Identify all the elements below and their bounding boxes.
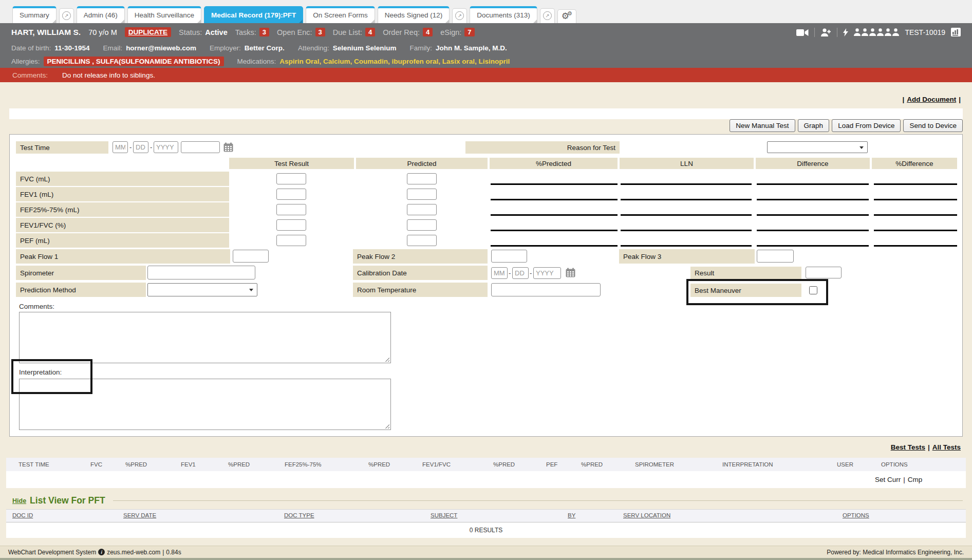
reason-for-test-select[interactable] xyxy=(767,141,868,153)
medications-list[interactable]: Aspirin Oral, Calcium, Coumadin, ibuprof… xyxy=(279,58,510,65)
video-camera-icon[interactable] xyxy=(796,28,809,36)
send-to-device-button[interactable]: Send to Device xyxy=(903,119,963,132)
results-col-pred2: %PRED xyxy=(228,461,285,468)
fev1-lln-line xyxy=(621,199,752,200)
hide-link[interactable]: Hide xyxy=(12,497,26,505)
results-col-fvc: FVC xyxy=(90,461,125,468)
fvc-pct-difference-line xyxy=(874,183,957,185)
test-time-month-input[interactable] xyxy=(113,141,128,153)
needs-signed-popout-button[interactable]: ↗ xyxy=(452,8,467,23)
tab-on-screen-forms[interactable]: On Screen Forms xyxy=(306,6,375,23)
peak-flow-3-label: Peak Flow 3 xyxy=(619,249,755,264)
doc-table-empty-row: 0 RESULTS xyxy=(6,522,966,538)
result-input[interactable] xyxy=(806,267,842,278)
test-time-day-input[interactable] xyxy=(133,141,148,153)
tab-health-surveillance[interactable]: Health Surveillance xyxy=(127,6,201,23)
fef-lln-line xyxy=(621,214,752,216)
test-time-time-input[interactable] xyxy=(181,141,220,153)
order-req-count-badge[interactable]: 4 xyxy=(423,28,433,36)
calibration-day-input[interactable] xyxy=(512,267,529,279)
calibration-year-input[interactable] xyxy=(533,267,561,279)
fvc-predicted-input[interactable] xyxy=(407,173,437,184)
prediction-method-select[interactable] xyxy=(147,283,257,296)
separator: | xyxy=(902,96,904,103)
esign-label: eSign: xyxy=(440,28,461,36)
reason-for-test-label: Reason for Test xyxy=(465,141,620,154)
peak-flow-2-input[interactable] xyxy=(491,250,527,263)
fev1-fvc-predicted-input[interactable] xyxy=(407,219,437,231)
allergies-badge[interactable]: PENICILLINS , SULFA(SULFONAMIDE ANTIBIOT… xyxy=(44,57,224,66)
fef-pct-difference-line xyxy=(874,214,957,216)
tab-needs-signed[interactable]: Needs Signed (12) xyxy=(378,6,450,23)
doc-col-serv-location[interactable]: SERV LOCATION xyxy=(623,512,670,518)
add-document-link[interactable]: Add Document xyxy=(907,96,956,103)
pef-test-result-input[interactable] xyxy=(276,235,306,246)
comments-textarea[interactable] xyxy=(19,312,391,363)
user-icon xyxy=(854,28,861,36)
footer-app-name: WebChart Development System xyxy=(8,549,96,556)
settings-gear-button[interactable]: ⚙⚙ xyxy=(557,9,576,23)
doc-col-doc-id[interactable]: DOC ID xyxy=(12,512,33,518)
tab-admin[interactable]: Admin (46) xyxy=(77,6,125,23)
doc-col-options[interactable]: OPTIONS xyxy=(843,512,869,518)
tab-documents[interactable]: Documents (313) xyxy=(470,6,537,23)
user-icon xyxy=(869,28,876,36)
best-tests-link[interactable]: Best Tests xyxy=(891,443,925,451)
fev1-test-result-input[interactable] xyxy=(276,189,306,200)
tab-summary[interactable]: Summary xyxy=(12,6,57,23)
doc-col-subject[interactable]: SUBJECT xyxy=(431,512,457,518)
demographics-row: Date of birth:11-30-1954 Email:horner@mi… xyxy=(0,41,972,54)
doc-col-by[interactable]: BY xyxy=(568,512,575,518)
spirometer-input[interactable] xyxy=(147,266,255,279)
duplicate-badge[interactable]: DUPLICATE xyxy=(125,27,171,37)
tab-medical-record-pft[interactable]: Medical Record (179):PFT xyxy=(204,6,303,23)
due-list-count-badge[interactable]: 4 xyxy=(365,28,375,36)
pef-predicted-input[interactable] xyxy=(407,235,437,246)
patient-id: TEST-10019 xyxy=(905,28,945,36)
fvc-test-result-input[interactable] xyxy=(276,173,306,184)
users-group-icon[interactable] xyxy=(854,28,899,36)
patient-header: HART, WILLIAM S. 70 y/o M DUPLICATE Stat… xyxy=(0,23,972,68)
best-maneuver-highlight-box xyxy=(686,279,828,305)
calendar-icon[interactable] xyxy=(223,142,233,152)
results-table-header: TEST TIME FVC %PRED FEV1 %PRED FEF25%-75… xyxy=(6,458,966,471)
tasks-count-badge[interactable]: 3 xyxy=(259,28,269,36)
attending-label: Attending: xyxy=(298,44,329,52)
column-pct-difference: %Difference xyxy=(872,158,957,169)
fvc-lln-line xyxy=(621,183,752,185)
open-enc-count-badge[interactable]: 3 xyxy=(315,28,325,36)
lightning-icon[interactable] xyxy=(843,28,848,36)
results-col-test-time: TEST TIME xyxy=(18,461,90,468)
new-manual-test-button[interactable]: New Manual Test xyxy=(730,119,795,132)
add-user-icon[interactable] xyxy=(820,28,831,36)
row-label-pef: PEF (mL) xyxy=(16,233,229,248)
documents-popout-button[interactable]: ↗ xyxy=(540,8,555,23)
doc-col-serv-date[interactable]: SERV DATE xyxy=(123,512,156,518)
chart-icon[interactable] xyxy=(951,28,961,37)
peak-flow-1-input[interactable] xyxy=(233,250,269,263)
fev1-predicted-input[interactable] xyxy=(407,189,437,200)
summary-popout-button[interactable]: ↗ xyxy=(59,8,74,23)
fef-predicted-input[interactable] xyxy=(407,204,437,215)
calendar-icon[interactable] xyxy=(566,268,575,277)
room-temperature-input[interactable] xyxy=(491,283,601,296)
comments-field-label: Comments: xyxy=(19,303,54,310)
separator: | xyxy=(928,443,930,451)
fev1-fvc-test-result-input[interactable] xyxy=(276,219,306,231)
test-time-year-input[interactable] xyxy=(154,141,178,153)
pft-toolbar: New Manual Test Graph Load From Device S… xyxy=(730,119,963,132)
set-curr-link[interactable]: Set Curr xyxy=(875,476,901,483)
peak-flow-3-input[interactable] xyxy=(757,250,794,263)
separator: | xyxy=(162,549,164,556)
doc-col-doc-type[interactable]: DOC TYPE xyxy=(284,512,314,518)
cmp-link[interactable]: Cmp xyxy=(908,476,923,483)
calibration-month-input[interactable] xyxy=(491,267,508,279)
graph-button[interactable]: Graph xyxy=(798,119,830,132)
info-icon[interactable]: i xyxy=(98,549,105,555)
esign-count-badge[interactable]: 7 xyxy=(464,28,474,36)
doc-list-heading: Hide List View For PFT xyxy=(12,495,963,506)
patient-age-sex: 70 y/o M xyxy=(88,28,117,36)
all-tests-link[interactable]: All Tests xyxy=(932,443,961,451)
fef-test-result-input[interactable] xyxy=(276,204,306,215)
load-from-device-button[interactable]: Load From Device xyxy=(832,119,901,132)
